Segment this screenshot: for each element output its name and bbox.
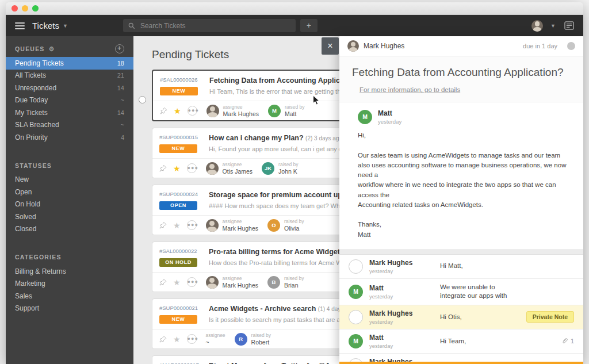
- zoom-window-button[interactable]: [32, 5, 39, 12]
- user-menu-chevron-icon[interactable]: ▼: [550, 23, 556, 29]
- sidebar-category-item[interactable]: Sales: [6, 290, 133, 302]
- detail-header: Mark Hughes due in 1 day: [339, 36, 583, 56]
- pin-icon[interactable]: [159, 164, 167, 172]
- pin-icon[interactable]: [159, 278, 167, 286]
- sidebar-queue-item[interactable]: All Tickets 21: [6, 70, 133, 82]
- assignee-group[interactable]: assignee Mark Hughes: [206, 275, 258, 289]
- thread-row[interactable]: Mark Hughes yesterday Hi Matt,: [339, 255, 583, 279]
- ticket-title[interactable]: Storage space for premium account upgra: [209, 191, 343, 199]
- pin-icon[interactable]: [159, 221, 167, 229]
- star-icon[interactable]: ★: [174, 107, 181, 115]
- assignee-label: assignee: [223, 104, 259, 110]
- sidebar-category-item[interactable]: Marketing: [6, 278, 133, 290]
- add-ticket-button[interactable]: +: [300, 19, 318, 32]
- sidebar-queue-item[interactable]: Unresponded 14: [6, 82, 133, 94]
- raised-by-group[interactable]: JK raised by John K: [262, 162, 299, 175]
- assignee-group[interactable]: assignee ~: [206, 332, 225, 346]
- menu-icon[interactable]: [15, 22, 25, 29]
- ticket-meta: (2) 3 days ago: [305, 135, 342, 141]
- ticket-select-radio[interactable]: [139, 96, 146, 104]
- sidebar: QUEUES ⚙ + Pending Tickets 18 All Ticket…: [6, 36, 133, 364]
- sidebar-queue-item[interactable]: My Tickets 14: [6, 106, 133, 119]
- sidebar-category-item[interactable]: Billing & Returns: [6, 265, 133, 278]
- raised-by-group[interactable]: M raised by Matt: [268, 104, 305, 117]
- pin-icon[interactable]: [159, 335, 167, 343]
- ticket-title[interactable]: How can i change my Plan? (2) 3 days ago: [209, 134, 343, 142]
- thread-preview: Hi Matt,: [440, 262, 574, 271]
- add-queue-button[interactable]: +: [115, 44, 124, 53]
- close-window-button[interactable]: [12, 5, 18, 12]
- raised-by-group[interactable]: B raised by Brian: [267, 275, 304, 289]
- ticket-card[interactable]: #SAL00000026 NEW Fetching Data from Acco…: [152, 70, 350, 121]
- search-input[interactable]: [139, 21, 290, 30]
- ticket-title[interactable]: Acme Widgets - Archive search (1) 4 days…: [209, 305, 343, 313]
- ticket-title-text: Fetching Data from Accounting Applicatio…: [209, 76, 342, 85]
- attachment-group: 1: [561, 338, 574, 344]
- raised-by-group[interactable]: R raised by Robert: [235, 332, 271, 346]
- pin-icon[interactable]: [160, 107, 167, 114]
- ticket-card[interactable]: #SUP00000021 NEW Acme Widgets - Archive …: [152, 298, 350, 349]
- thread-sender-name: Mark Hughes: [369, 259, 434, 267]
- reply-editor-edge[interactable]: [339, 362, 583, 364]
- sidebar-status-item[interactable]: Closed: [6, 223, 133, 236]
- queue-count: 21: [117, 72, 124, 79]
- ticket-title[interactable]: Pro-rata billing terms for Acme Widgets …: [209, 248, 343, 256]
- star-icon[interactable]: ★: [173, 335, 181, 343]
- gear-icon[interactable]: ⚙: [49, 45, 55, 53]
- more-actions-button[interactable]: ●●●: [187, 163, 197, 173]
- queue-count: 14: [117, 85, 124, 91]
- assignee-group[interactable]: assignee Otis James: [206, 162, 253, 175]
- module-title[interactable]: Tickets: [32, 21, 59, 30]
- sidebar-status-item[interactable]: On Hold: [6, 198, 133, 211]
- star-icon[interactable]: ★: [173, 221, 181, 229]
- status-dot-icon[interactable]: [567, 42, 575, 50]
- ticket-card[interactable]: #SUP00000024 OPEN Storage space for prem…: [152, 185, 350, 235]
- top-navbar: Tickets ▼ + ▼: [6, 15, 583, 36]
- sidebar-queue-item[interactable]: On Priority 4: [6, 131, 133, 144]
- ticket-title[interactable]: Fetching Data from Accounting Applicatio…: [209, 76, 342, 85]
- thread-row[interactable]: Mark Hughes yesterday Hi Otis, Private N…: [339, 305, 583, 329]
- thread-row[interactable]: M Matt yesterday We were unable to integ…: [339, 279, 583, 305]
- sidebar-category-item[interactable]: Support: [6, 302, 133, 315]
- more-actions-button[interactable]: ●●●: [187, 277, 197, 287]
- ticket-id: #MAR00000017: [159, 362, 209, 364]
- minimize-window-button[interactable]: [22, 5, 28, 12]
- category-label: Marketing: [15, 279, 45, 288]
- star-icon[interactable]: ★: [173, 164, 181, 173]
- sidebar-status-item[interactable]: New: [6, 174, 133, 186]
- details-link[interactable]: For more information, go to details: [359, 86, 460, 93]
- status-badge: ON HOLD: [159, 258, 197, 267]
- assignee-group[interactable]: assignee Mark Hughes: [206, 104, 259, 117]
- user-avatar[interactable]: [531, 20, 543, 32]
- chevron-down-icon[interactable]: ▼: [63, 23, 68, 29]
- ticket-card-footer: ★ ●●● assignee Otis James JK: [152, 158, 350, 178]
- sidebar-queue-item[interactable]: SLA Breached ~: [6, 119, 133, 132]
- private-note-badge: Private Note: [526, 311, 574, 323]
- more-actions-button[interactable]: ●●●: [187, 220, 197, 230]
- ticket-card[interactable]: #MAR00000017 Direct Message from Twitter…: [152, 355, 350, 364]
- queue-label: My Tickets: [15, 109, 48, 117]
- more-actions-button[interactable]: ●●●: [188, 106, 197, 116]
- queues-header: QUEUES ⚙ +: [6, 41, 133, 57]
- statuses-header: STATUSES: [6, 158, 133, 174]
- sidebar-queue-item[interactable]: Pending Tickets 18: [6, 57, 133, 70]
- sidebar-status-item[interactable]: Open: [6, 186, 133, 198]
- sidebar-queue-item[interactable]: Due Today ~: [6, 94, 133, 107]
- raised-by-name: Brian: [284, 282, 304, 289]
- thread-row[interactable]: M Matt yesterday Hi Team, 1: [339, 329, 583, 354]
- star-icon[interactable]: ★: [173, 278, 181, 286]
- assignee-group[interactable]: assignee Mark Hughes: [206, 219, 258, 232]
- raised-by-group[interactable]: O raised by Olivia: [267, 219, 304, 232]
- raised-by-name: Matt: [285, 110, 305, 117]
- more-actions-button[interactable]: ●●●: [187, 334, 197, 344]
- status-label: Closed: [15, 225, 36, 233]
- feeds-icon[interactable]: [564, 21, 574, 30]
- status-badge: NEW: [159, 315, 197, 324]
- ticket-preview: Hi Team, This is the error that we are g…: [209, 88, 342, 95]
- sidebar-status-item[interactable]: Solved: [6, 210, 133, 223]
- search-box[interactable]: [123, 19, 296, 32]
- ticket-card[interactable]: #SUP00000015 NEW How can i change my Pla…: [152, 128, 350, 178]
- ticket-title[interactable]: Direct Message from Twitter for @AcmeD: [209, 362, 343, 364]
- ticket-card[interactable]: #SAL00000022 ON HOLD Pro-rata billing te…: [152, 242, 350, 292]
- close-detail-button[interactable]: ×: [322, 37, 339, 55]
